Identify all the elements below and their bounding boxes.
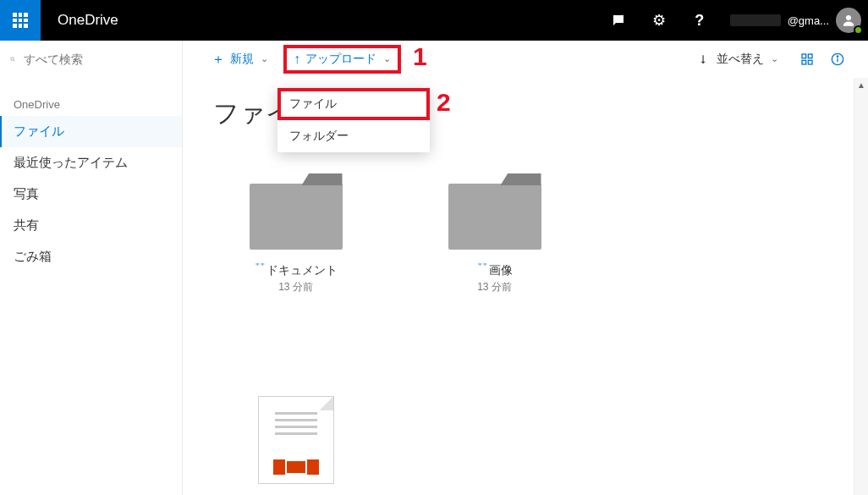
new-label: 新規 — [230, 52, 254, 67]
left-column: OneDrive ファイル 最近使ったアイテム 写真 共有 ごみ箱 — [0, 41, 183, 495]
tile-time: 13 分前 — [278, 280, 313, 294]
tile-name: 画像 — [489, 263, 513, 278]
chevron-down-icon: ⌄ — [771, 53, 778, 64]
svg-line-2 — [14, 60, 15, 62]
upload-label: アップロード — [305, 52, 376, 67]
svg-point-0 — [846, 15, 851, 20]
new-button[interactable]: ＋ 新規 ⌄ — [200, 43, 280, 75]
scroll-up-icon[interactable]: ▲ — [854, 78, 868, 92]
command-bar: ＋ 新規 ⌄ ↑ アップロード ⌄ 並べ替え ⌄ — [183, 41, 868, 78]
waffle-icon — [13, 13, 28, 28]
search-icon — [10, 52, 15, 66]
tile-time: 13 分前 — [477, 280, 512, 294]
account-menu[interactable]: @gma... — [720, 0, 868, 41]
person-icon — [841, 13, 856, 28]
nav-item-photos[interactable]: 写真 — [0, 179, 182, 210]
upload-icon: ↑ — [294, 52, 300, 66]
view-tiles-button[interactable] — [794, 46, 821, 73]
info-button[interactable] — [824, 46, 851, 73]
sort-label: 並べ替え — [717, 52, 764, 67]
chat-button[interactable] — [598, 0, 639, 41]
settings-button[interactable]: ⚙ — [639, 0, 679, 41]
presence-dot — [854, 25, 863, 35]
tile-name: ドキュメント — [266, 263, 338, 278]
plus-icon: ＋ — [212, 52, 225, 66]
folder-tile[interactable]: ⁺⁺画像 13 分前 — [412, 173, 577, 294]
file-grid: ⁺⁺ドキュメント 13 分前 ⁺⁺画像 13 分前 ⁺⁺OneDrive を使い… — [183, 131, 868, 495]
question-icon: ? — [695, 12, 704, 30]
account-email-label: @gma... — [788, 14, 829, 27]
nav-item-files[interactable]: ファイル — [0, 116, 182, 147]
account-name-redacted — [730, 14, 781, 26]
document-icon — [258, 396, 334, 484]
new-indicator-icon: ⁺⁺ — [477, 263, 487, 272]
main-area: ＋ 新規 ⌄ ↑ アップロード ⌄ 並べ替え ⌄ 1 — [183, 41, 868, 495]
callout-2: 2 — [437, 88, 451, 117]
upload-menu-file[interactable]: ファイル — [277, 88, 430, 120]
upload-button[interactable]: ↑ アップロード ⌄ — [283, 45, 401, 74]
folder-icon — [444, 173, 546, 250]
new-indicator-icon: ⁺⁺ — [255, 263, 265, 272]
sort-icon — [700, 53, 711, 65]
upload-menu-folder[interactable]: フォルダー — [277, 120, 430, 152]
nav-root-label[interactable]: OneDrive — [0, 93, 182, 116]
callout-1: 1 — [413, 42, 427, 71]
svg-point-1 — [11, 58, 14, 61]
svg-rect-4 — [808, 54, 812, 58]
upload-menu: ファイル フォルダー — [277, 88, 430, 152]
nav-item-recent[interactable]: 最近使ったアイテム — [0, 147, 182, 179]
chevron-down-icon: ⌄ — [261, 53, 268, 64]
sort-button[interactable]: 並べ替え ⌄ — [688, 43, 790, 75]
svg-rect-3 — [802, 54, 806, 58]
svg-rect-6 — [808, 60, 812, 64]
search-input[interactable] — [24, 52, 172, 66]
scrollbar[interactable]: ▲ — [854, 78, 868, 495]
app-launcher-button[interactable] — [0, 0, 41, 41]
nav-item-recycle[interactable]: ごみ箱 — [0, 241, 182, 272]
top-header: OneDrive ⚙ ? @gma... — [0, 0, 868, 41]
info-icon — [831, 52, 844, 66]
svg-rect-5 — [802, 60, 806, 64]
folder-icon — [245, 173, 347, 250]
search-box[interactable] — [0, 41, 182, 78]
gear-icon: ⚙ — [652, 11, 666, 30]
svg-point-9 — [837, 56, 838, 57]
tiles-icon — [800, 52, 814, 66]
chevron-down-icon: ⌄ — [383, 53, 391, 64]
file-tile[interactable]: ⁺⁺OneDrive を使い始める.... 13 分前 — [213, 396, 378, 495]
brand-label: OneDrive — [58, 12, 118, 29]
nav-item-shared[interactable]: 共有 — [0, 210, 182, 241]
chat-icon — [611, 13, 626, 28]
avatar — [836, 8, 861, 33]
help-button[interactable]: ? — [679, 0, 720, 41]
folder-tile[interactable]: ⁺⁺ドキュメント 13 分前 — [213, 173, 378, 294]
